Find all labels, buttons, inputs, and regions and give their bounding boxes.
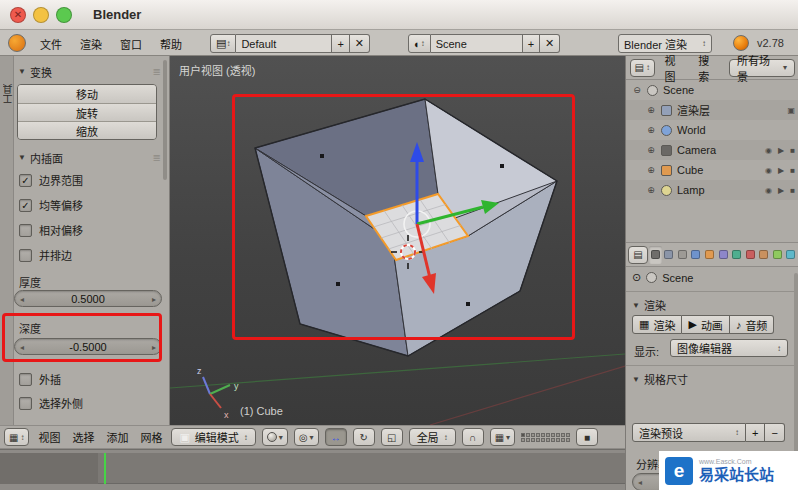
- outliner-row-lamp[interactable]: ⊕ Lamp ◉ ▶ ■: [626, 180, 798, 200]
- outliner-row-world[interactable]: ⊕ World: [626, 120, 798, 140]
- checkbox-boundary[interactable]: ✓ 边界范围: [19, 173, 83, 187]
- outliner-display-filter-dropdown[interactable]: 所有场景 ▾: [729, 59, 795, 77]
- tab-modifiers[interactable]: [717, 246, 730, 264]
- checkbox-box[interactable]: [19, 224, 32, 237]
- menu-window[interactable]: 窗口: [120, 36, 142, 52]
- checkbox-box[interactable]: ✓: [19, 174, 32, 187]
- tab-object[interactable]: [703, 246, 716, 264]
- render-ops-button[interactable]: ■: [576, 428, 598, 446]
- tab-world[interactable]: [690, 246, 703, 264]
- visibility-eye-icon[interactable]: ◉: [765, 146, 772, 155]
- screen-layout-field[interactable]: Default: [236, 34, 332, 53]
- editor-type-button[interactable]: ▦ ↕: [4, 428, 29, 446]
- preset-add-button[interactable]: +: [746, 423, 765, 442]
- editor-type-button[interactable]: ▤: [628, 246, 648, 264]
- outliner-row-scene[interactable]: ⊖ Scene: [626, 80, 798, 100]
- checkbox-box[interactable]: [19, 249, 32, 262]
- outliner-row-cube[interactable]: ⊕ Cube ◉ ▶ ■: [626, 160, 798, 180]
- layers-widget[interactable]: [521, 433, 570, 442]
- orientation-dropdown[interactable]: 全局 ↕: [409, 428, 456, 446]
- tab-data[interactable]: [730, 246, 743, 264]
- expander-icon[interactable]: ⊕: [646, 185, 656, 195]
- depth-slider[interactable]: ◂ -0.5000 ▸: [14, 338, 162, 355]
- tab-physics[interactable]: [784, 246, 797, 264]
- window-minimize-button[interactable]: [33, 7, 49, 23]
- panel-header-dimensions[interactable]: ▼ 规格尺寸: [632, 371, 688, 387]
- tab-material[interactable]: [744, 246, 757, 264]
- slider-right-arrow-icon[interactable]: ▸: [152, 343, 156, 352]
- scene-name-field[interactable]: Scene: [431, 34, 523, 53]
- visibility-eye-icon[interactable]: ◉: [765, 186, 772, 195]
- snap-element-dropdown[interactable]: ▦ ▾: [490, 428, 515, 446]
- manipulator-translate-button[interactable]: ↔: [325, 428, 347, 446]
- tab-particles[interactable]: [771, 246, 784, 264]
- checkbox-relative-offset[interactable]: 相对偏移: [19, 223, 83, 237]
- manipulator-scale-button[interactable]: ◱: [381, 428, 403, 446]
- renderable-monitor-icon[interactable]: ▣: [787, 106, 795, 115]
- render-button[interactable]: ▦ 渲染: [632, 315, 682, 334]
- expander-icon[interactable]: ⊖: [632, 85, 642, 95]
- scene-browse-button[interactable]: ◐ ↕: [408, 34, 431, 53]
- checkbox-box[interactable]: [19, 373, 32, 386]
- menu-select[interactable]: 选择: [69, 429, 97, 445]
- screen-layout-add-button[interactable]: +: [332, 34, 349, 53]
- selectability-cursor-icon[interactable]: ▶: [778, 186, 784, 195]
- slider-left-arrow-icon[interactable]: ◂: [20, 295, 24, 304]
- render-presets-dropdown[interactable]: 渲染预设 ↕: [632, 423, 746, 442]
- move-button[interactable]: 移动: [18, 85, 156, 103]
- outliner-row-renderlayers[interactable]: ⊕ 渲染层 ▣: [626, 100, 798, 120]
- menu-help[interactable]: 帮助: [160, 36, 182, 52]
- renderability-camera-icon[interactable]: ■: [790, 146, 795, 155]
- expander-icon[interactable]: ⊕: [646, 145, 656, 155]
- tab-texture[interactable]: [757, 246, 770, 264]
- window-maximize-button[interactable]: [56, 7, 72, 23]
- tab-render-layers[interactable]: [663, 246, 676, 264]
- menu-add[interactable]: 添加: [103, 429, 131, 445]
- renderability-camera-icon[interactable]: ■: [790, 166, 795, 175]
- checkbox-outset[interactable]: 外插: [19, 372, 61, 386]
- window-close-button[interactable]: ✕: [10, 7, 26, 23]
- outliner-menu-search[interactable]: 搜索: [695, 52, 722, 84]
- checkbox-edge-rail[interactable]: 并排边: [19, 248, 72, 262]
- viewport-canvas[interactable]: z y x: [170, 56, 625, 425]
- timeline[interactable]: [0, 449, 625, 490]
- outliner-menu-view[interactable]: 视图: [662, 52, 689, 84]
- shading-dropdown[interactable]: ▾: [262, 428, 288, 446]
- render-engine-dropdown[interactable]: Blender 渲染 ↕: [618, 34, 712, 53]
- checkbox-select-outer[interactable]: 选择外侧: [19, 396, 83, 410]
- checkbox-box[interactable]: [19, 397, 32, 410]
- expander-icon[interactable]: ⊕: [646, 165, 656, 175]
- renderability-camera-icon[interactable]: ■: [790, 186, 795, 195]
- tab-render[interactable]: [649, 246, 662, 264]
- tab-scene[interactable]: [676, 246, 689, 264]
- selectability-cursor-icon[interactable]: ▶: [778, 146, 784, 155]
- menu-file[interactable]: 文件: [40, 36, 62, 52]
- selectability-cursor-icon[interactable]: ▶: [778, 166, 784, 175]
- scene-add-button[interactable]: +: [523, 34, 540, 53]
- slider-left-arrow-icon[interactable]: ◂: [20, 343, 24, 352]
- screen-layout-browse-button[interactable]: ▤ ↕: [210, 34, 236, 53]
- pivot-dropdown[interactable]: ◎ ▾: [294, 428, 319, 446]
- viewport-3d[interactable]: z y x 用户视图 (透视) (1) Cube: [170, 56, 625, 425]
- checkbox-even-offset[interactable]: ✓ 均等偏移: [19, 198, 83, 212]
- expander-icon[interactable]: ⊕: [646, 105, 656, 115]
- menu-render[interactable]: 渲染: [80, 36, 102, 52]
- scene-delete-button[interactable]: ✕: [540, 34, 560, 53]
- thickness-slider[interactable]: ◂ 0.5000 ▸: [14, 290, 162, 307]
- outliner-row-camera[interactable]: ⊕ Camera ◉ ▶ ■: [626, 140, 798, 160]
- editor-type-button[interactable]: ▤ ↕: [630, 59, 655, 77]
- checkbox-box[interactable]: ✓: [19, 199, 32, 212]
- scale-button[interactable]: 缩放: [18, 121, 156, 139]
- snap-toggle-button[interactable]: ∩: [462, 428, 484, 446]
- mode-dropdown[interactable]: ▣ 编辑模式 ↕: [171, 428, 255, 446]
- expander-icon[interactable]: ⊕: [646, 125, 656, 135]
- pin-icon[interactable]: ⊙: [632, 271, 641, 284]
- timeline-playhead[interactable]: [104, 453, 106, 484]
- panel-header-transform[interactable]: ▼ 变换 ≣: [18, 64, 161, 79]
- screen-layout-delete-button[interactable]: ✕: [350, 34, 370, 53]
- manipulator-rotate-button[interactable]: ↻: [353, 428, 375, 446]
- slider-left-arrow-icon[interactable]: ◂: [638, 478, 642, 487]
- slider-right-arrow-icon[interactable]: ▸: [152, 295, 156, 304]
- menu-view[interactable]: 视图: [35, 429, 63, 445]
- menu-mesh[interactable]: 网格: [137, 429, 165, 445]
